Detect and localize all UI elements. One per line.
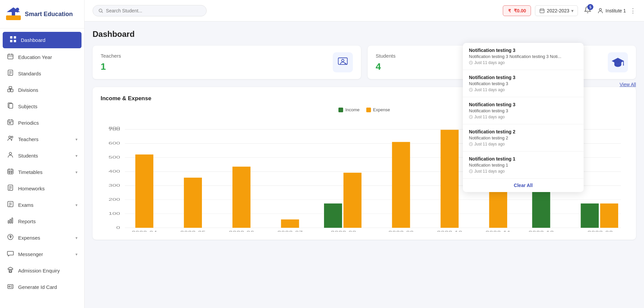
notification-item[interactable]: Notification testing 2 Notification test… — [463, 124, 584, 151]
expense-color — [366, 108, 371, 112]
sidebar-nav: Dashboard Education Year Standards Divis… — [0, 28, 84, 308]
svg-rect-95 — [392, 142, 410, 228]
search-input[interactable] — [106, 8, 201, 13]
students-icon — [7, 151, 14, 160]
svg-rect-4 — [17, 9, 18, 12]
sidebar-item-label: Divisions — [18, 87, 38, 93]
sidebar-item-teachers[interactable]: Teachers ▾ — [0, 131, 84, 147]
svg-rect-52 — [9, 269, 12, 272]
year-selector[interactable]: 2022-2023 ▾ — [535, 5, 578, 16]
svg-rect-6 — [14, 36, 16, 39]
sidebar-item-timetables[interactable]: Timetables ▾ — [0, 164, 84, 180]
svg-text:500: 500 — [108, 155, 120, 160]
more-options-button[interactable]: ⋮ — [630, 7, 636, 14]
svg-rect-19 — [9, 86, 12, 88]
svg-rect-2 — [12, 12, 15, 15]
svg-rect-23 — [9, 104, 13, 108]
calendar-icon — [539, 8, 545, 13]
sidebar-item-homeworks[interactable]: Homeworks — [0, 180, 84, 197]
notif-time: Just 11 days ago — [469, 87, 578, 92]
sidebar-item-label: Generate Id Card — [18, 284, 57, 290]
sidebar-item-label: Admission Enquiry — [18, 268, 60, 273]
svg-text:2023-02: 2023-02 — [587, 230, 613, 232]
svg-rect-0 — [6, 15, 21, 20]
search-icon — [98, 8, 103, 13]
svg-point-55 — [9, 286, 10, 287]
sidebar-item-label: Education Year — [18, 54, 52, 60]
content-area: Dashboard Teachers 1 — [85, 21, 644, 308]
stat-info-students: Students 4 — [376, 53, 395, 72]
svg-rect-8 — [14, 40, 16, 42]
svg-line-59 — [102, 11, 103, 12]
stat-card-teachers: Teachers 1 — [93, 46, 361, 79]
sidebar-item-education-year[interactable]: Education Year — [0, 49, 84, 65]
svg-line-122 — [471, 144, 472, 145]
expenses-icon — [7, 234, 14, 242]
stat-label-students: Students — [376, 53, 395, 59]
sidebar-item-dashboard[interactable]: Dashboard — [3, 32, 82, 48]
svg-text:0: 0 — [116, 226, 120, 230]
topbar: ₹ ₹0.00 2022-2023 ▾ 5 Institute 1 ⋮ — [85, 0, 644, 21]
notif-body: Notification testing 3 — [469, 81, 578, 86]
sidebar-item-reports[interactable]: Reports — [0, 213, 84, 230]
notification-item[interactable]: Notification testing 3 Notification test… — [463, 43, 584, 70]
sidebar-item-students[interactable]: Students ▾ — [0, 147, 84, 164]
notification-item[interactable]: Notification testing 3 Notification test… — [463, 97, 584, 124]
stat-info-teachers: Teachers 1 — [101, 53, 121, 72]
dashboard-icon — [9, 36, 17, 44]
svg-text:2022-06: 2022-06 — [229, 230, 254, 232]
rupee-amount: ₹0.00 — [514, 8, 526, 13]
search-bar[interactable] — [93, 5, 207, 16]
user-name: Institute 1 — [605, 8, 626, 13]
chevron-down-icon: ▾ — [75, 236, 77, 240]
svg-text:2022-09: 2022-09 — [388, 230, 414, 232]
notif-title: Notification testing 3 — [469, 75, 578, 80]
sidebar-item-expenses[interactable]: Expenses ▾ — [0, 230, 84, 246]
notif-time: Just 11 days ago — [469, 60, 578, 65]
notif-body: Notification testing 3 Notification test… — [469, 54, 578, 59]
view-all-link[interactable]: View All — [620, 82, 636, 87]
sidebar-item-subjects[interactable]: Subjects — [0, 98, 84, 115]
svg-rect-61 — [540, 9, 544, 13]
notif-body: Notification testing 1 — [469, 163, 578, 168]
svg-point-30 — [9, 136, 11, 138]
sidebar-item-standards[interactable]: Standards — [0, 65, 84, 82]
chevron-down-icon: ▾ — [571, 8, 574, 13]
sidebar-item-admission-enquiry[interactable]: Admission Enquiry — [0, 262, 84, 279]
svg-point-71 — [623, 64, 624, 65]
svg-point-28 — [9, 123, 10, 123]
sidebar-item-divisions[interactable]: Divisions — [0, 82, 84, 98]
notif-title: Notification testing 2 — [469, 129, 578, 134]
notification-item[interactable]: Notification testing 1 Notification test… — [463, 151, 584, 179]
rupee-icon: ₹ — [508, 8, 513, 13]
svg-rect-18 — [11, 89, 13, 92]
svg-line-125 — [471, 171, 472, 172]
clear-all-button[interactable]: Clear All — [463, 179, 584, 192]
clock-icon — [469, 169, 473, 173]
generate-id-card-icon — [7, 283, 14, 291]
svg-text:2022-07: 2022-07 — [277, 230, 303, 232]
sidebar-item-generate-id-card[interactable]: Generate Id Card — [0, 279, 84, 295]
svg-text:2022-08: 2022-08 — [331, 230, 356, 232]
notification-item[interactable]: Notification testing 3 Notification test… — [463, 70, 584, 97]
chevron-down-icon: ▾ — [75, 252, 77, 257]
sidebar-item-messenger[interactable]: Messenger ▾ — [0, 246, 84, 262]
sidebar-item-label: Timetables — [18, 169, 43, 175]
education-year-icon — [7, 53, 14, 61]
stat-value-students: 4 — [376, 61, 395, 72]
sidebar-logo: Smart Education — [0, 0, 84, 28]
svg-marker-69 — [612, 58, 624, 64]
legend-expense: Expense — [366, 107, 390, 112]
sidebar-item-exams[interactable]: Exams ▾ — [0, 197, 84, 213]
notification-button[interactable]: 5 — [582, 4, 593, 17]
user-menu[interactable]: Institute 1 — [597, 8, 626, 14]
sidebar-item-periodics[interactable]: Periodics — [0, 115, 84, 131]
app-logo-icon — [5, 6, 21, 22]
svg-rect-96 — [441, 130, 459, 228]
sidebar-item-label: Homeworks — [18, 186, 45, 191]
notif-time: Just 11 days ago — [469, 169, 578, 174]
rupee-button[interactable]: ₹ ₹0.00 — [503, 5, 531, 16]
notification-badge: 5 — [587, 4, 593, 10]
chevron-down-icon: ▾ — [75, 153, 77, 158]
svg-line-116 — [471, 90, 472, 90]
